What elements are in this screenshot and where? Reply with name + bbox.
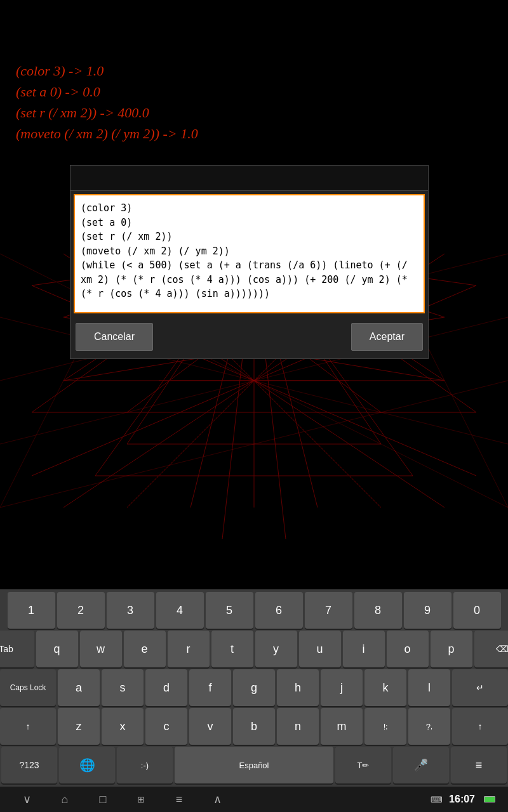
backspace-button[interactable]: ⌫ bbox=[474, 631, 509, 667]
caps-lock-label: Caps Lock bbox=[10, 683, 46, 692]
key-f[interactable]: f bbox=[189, 669, 231, 706]
key-semicolon[interactable]: !; bbox=[364, 708, 406, 745]
kb-menu-button[interactable]: ≡ bbox=[451, 747, 507, 783]
key-u[interactable]: u bbox=[299, 631, 341, 667]
key-9[interactable]: 9 bbox=[404, 592, 451, 629]
keyboard-status-icon: ⌨ bbox=[431, 795, 443, 804]
key-tab[interactable]: Tab bbox=[0, 631, 34, 667]
keyboard-row-special: ?123 🌐 :-) Español T✏ 🎤 ≡ bbox=[1, 747, 507, 783]
code-line-4: (moveto (/ xm 2) (/ ym 2)) -> 1.0 bbox=[16, 123, 198, 144]
key-c[interactable]: c bbox=[145, 708, 187, 745]
spacebar[interactable]: Español bbox=[175, 747, 333, 783]
home-button[interactable]: ⌂ bbox=[51, 788, 79, 811]
globe-button[interactable]: 🌐 bbox=[59, 747, 115, 783]
dialog-textarea-wrapper: (color 3) (set a 0) (set r (/ xm 2)) (mo… bbox=[74, 194, 425, 313]
key-l[interactable]: l bbox=[408, 669, 450, 706]
key-question[interactable]: ?, bbox=[408, 708, 450, 745]
key-h[interactable]: h bbox=[277, 669, 319, 706]
nav-bar: ∨ ⌂ □ ⊞ ≡ ∧ ⌨ 16:07 bbox=[0, 787, 508, 812]
back-button[interactable]: ∨ bbox=[13, 788, 41, 811]
num-toggle-button[interactable]: ?123 bbox=[1, 747, 57, 783]
smiley-button[interactable]: :-) bbox=[117, 747, 173, 783]
text-edit-button[interactable]: T✏ bbox=[335, 747, 391, 783]
key-v[interactable]: v bbox=[189, 708, 231, 745]
enter-button[interactable]: ↵ bbox=[452, 669, 508, 706]
edit-dialog: (color 3) (set a 0) (set r (/ xm 2)) (mo… bbox=[70, 165, 429, 359]
dialog-textarea[interactable]: (color 3) (set a 0) (set r (/ xm 2)) (mo… bbox=[78, 199, 420, 306]
key-5[interactable]: 5 bbox=[206, 592, 253, 629]
key-3[interactable]: 3 bbox=[107, 592, 154, 629]
dialog-buttons: Cancelar Aceptar bbox=[70, 317, 428, 358]
key-j[interactable]: j bbox=[321, 669, 363, 706]
key-7[interactable]: 7 bbox=[305, 592, 352, 629]
key-n[interactable]: n bbox=[277, 708, 319, 745]
key-z[interactable]: z bbox=[58, 708, 100, 745]
key-b[interactable]: b bbox=[233, 708, 275, 745]
code-output: (color 3) -> 1.0 (set a 0) -> 0.0 (set r… bbox=[16, 60, 198, 144]
recents-button[interactable]: □ bbox=[89, 788, 117, 811]
shift-left-button[interactable]: ↑ bbox=[0, 708, 56, 745]
cancel-button[interactable]: Cancelar bbox=[76, 323, 153, 351]
key-p[interactable]: p bbox=[431, 631, 472, 667]
code-line-3: (set r (/ xm 2)) -> 400.0 bbox=[16, 102, 198, 123]
up-button[interactable]: ∧ bbox=[203, 788, 231, 811]
clock: 16:07 bbox=[449, 794, 475, 805]
shift-right-button[interactable]: ↑ bbox=[452, 708, 508, 745]
key-y[interactable]: y bbox=[255, 631, 297, 667]
keyboard-row-numbers: 1 2 3 4 5 6 7 8 9 0 bbox=[1, 592, 507, 629]
code-line-1: (color 3) -> 1.0 bbox=[16, 60, 198, 81]
key-m[interactable]: m bbox=[321, 708, 363, 745]
key-t[interactable]: t bbox=[211, 631, 253, 667]
key-a[interactable]: a bbox=[58, 669, 100, 706]
key-1[interactable]: 1 bbox=[8, 592, 55, 629]
keyboard-row-asdf: Caps Lock a s d f g h j k l ↵ bbox=[1, 669, 507, 706]
key-8[interactable]: 8 bbox=[354, 592, 402, 629]
key-o[interactable]: o bbox=[387, 631, 429, 667]
qr-button[interactable]: ⊞ bbox=[127, 788, 155, 811]
key-4[interactable]: 4 bbox=[156, 592, 204, 629]
menu-button[interactable]: ≡ bbox=[165, 788, 193, 811]
keyboard-row-zxcv: ↑ z x c v b n m !; ?, ↑ bbox=[1, 708, 507, 745]
caps-lock-button[interactable]: Caps Lock bbox=[0, 669, 56, 706]
key-w[interactable]: w bbox=[80, 631, 122, 667]
key-x[interactable]: x bbox=[102, 708, 144, 745]
keyboard-row-qwerty: Tab q w e r t y u i o p ⌫ bbox=[1, 631, 507, 667]
dialog-title-bar bbox=[70, 166, 428, 191]
key-0[interactable]: 0 bbox=[453, 592, 501, 629]
key-r[interactable]: r bbox=[168, 631, 210, 667]
mic-button[interactable]: 🎤 bbox=[393, 747, 449, 783]
keyboard: 1 2 3 4 5 6 7 8 9 0 Tab q w e r t y u i … bbox=[0, 589, 508, 787]
key-g[interactable]: g bbox=[233, 669, 275, 706]
key-e[interactable]: e bbox=[124, 631, 166, 667]
key-2[interactable]: 2 bbox=[57, 592, 105, 629]
key-q[interactable]: q bbox=[36, 631, 78, 667]
accept-button[interactable]: Aceptar bbox=[351, 323, 423, 351]
key-6[interactable]: 6 bbox=[255, 592, 303, 629]
key-s[interactable]: s bbox=[102, 669, 144, 706]
battery-icon bbox=[484, 796, 495, 802]
nav-right-area: ⌨ 16:07 bbox=[431, 794, 495, 805]
code-line-2: (set a 0) -> 0.0 bbox=[16, 81, 198, 102]
key-k[interactable]: k bbox=[364, 669, 406, 706]
key-d[interactable]: d bbox=[145, 669, 187, 706]
key-i[interactable]: i bbox=[343, 631, 385, 667]
